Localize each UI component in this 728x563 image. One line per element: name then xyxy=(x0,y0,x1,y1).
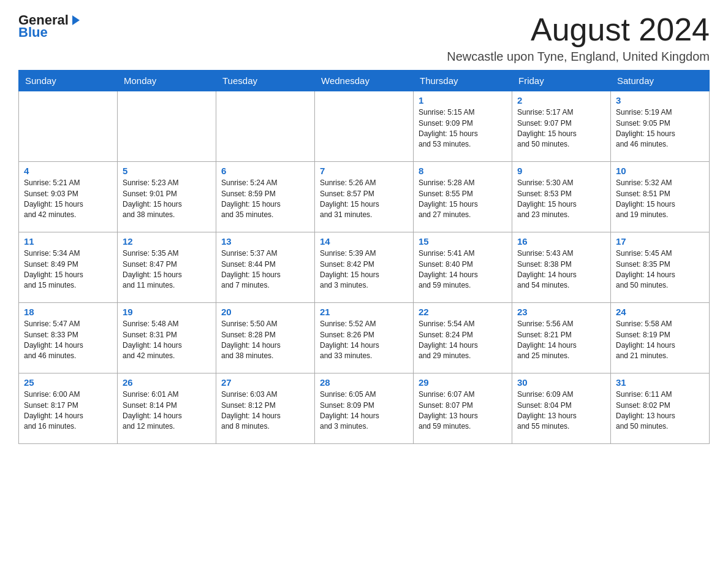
calendar-cell: 6Sunrise: 5:24 AM Sunset: 8:59 PM Daylig… xyxy=(216,162,315,232)
day-number: 6 xyxy=(221,166,309,176)
page-header: General Blue August 2024 Newcastle upon … xyxy=(18,12,710,64)
day-number: 24 xyxy=(616,307,704,317)
day-info: Sunrise: 5:43 AM Sunset: 8:38 PM Dayligh… xyxy=(517,248,605,291)
calendar-cell: 20Sunrise: 5:50 AM Sunset: 8:28 PM Dayli… xyxy=(216,303,315,373)
calendar-week-row: 25Sunrise: 6:00 AM Sunset: 8:17 PM Dayli… xyxy=(19,373,710,444)
day-number: 22 xyxy=(419,307,507,317)
day-info: Sunrise: 5:23 AM Sunset: 9:01 PM Dayligh… xyxy=(123,178,211,221)
day-info: Sunrise: 6:00 AM Sunset: 8:17 PM Dayligh… xyxy=(24,389,112,432)
day-number: 10 xyxy=(616,166,704,176)
day-info: Sunrise: 6:07 AM Sunset: 8:07 PM Dayligh… xyxy=(419,389,507,432)
calendar-cell: 28Sunrise: 6:05 AM Sunset: 8:09 PM Dayli… xyxy=(315,373,414,444)
calendar-cell: 23Sunrise: 5:56 AM Sunset: 8:21 PM Dayli… xyxy=(512,303,611,373)
day-info: Sunrise: 6:01 AM Sunset: 8:14 PM Dayligh… xyxy=(123,389,211,432)
calendar-cell: 11Sunrise: 5:34 AM Sunset: 8:49 PM Dayli… xyxy=(19,232,118,303)
day-info: Sunrise: 5:37 AM Sunset: 8:44 PM Dayligh… xyxy=(221,248,309,291)
day-info: Sunrise: 5:21 AM Sunset: 9:03 PM Dayligh… xyxy=(24,178,112,221)
day-info: Sunrise: 5:45 AM Sunset: 8:35 PM Dayligh… xyxy=(616,248,704,291)
calendar-cell: 5Sunrise: 5:23 AM Sunset: 9:01 PM Daylig… xyxy=(118,162,216,232)
calendar-header-row: SundayMondayTuesdayWednesdayThursdayFrid… xyxy=(19,71,710,91)
day-info: Sunrise: 6:11 AM Sunset: 8:02 PM Dayligh… xyxy=(616,389,704,432)
day-number: 7 xyxy=(320,166,408,176)
day-info: Sunrise: 5:19 AM Sunset: 9:05 PM Dayligh… xyxy=(616,107,704,150)
day-number: 18 xyxy=(24,307,112,317)
day-info: Sunrise: 5:32 AM Sunset: 8:51 PM Dayligh… xyxy=(616,178,704,221)
calendar-cell: 16Sunrise: 5:43 AM Sunset: 8:38 PM Dayli… xyxy=(512,232,611,303)
calendar-week-row: 1Sunrise: 5:15 AM Sunset: 9:09 PM Daylig… xyxy=(19,91,710,162)
calendar-cell: 2Sunrise: 5:17 AM Sunset: 9:07 PM Daylig… xyxy=(512,91,611,162)
calendar-cell xyxy=(118,91,216,162)
calendar-cell xyxy=(19,91,118,162)
day-info: Sunrise: 6:09 AM Sunset: 8:04 PM Dayligh… xyxy=(517,389,605,432)
day-number: 5 xyxy=(123,166,211,176)
day-info: Sunrise: 5:39 AM Sunset: 8:42 PM Dayligh… xyxy=(320,248,408,291)
month-title: August 2024 xyxy=(447,12,710,47)
calendar-header-thursday: Thursday xyxy=(414,71,512,91)
day-number: 23 xyxy=(517,307,605,317)
day-number: 26 xyxy=(123,377,211,388)
day-info: Sunrise: 5:28 AM Sunset: 8:55 PM Dayligh… xyxy=(419,178,507,221)
svg-marker-0 xyxy=(72,15,80,25)
day-number: 11 xyxy=(24,236,112,247)
calendar-cell: 12Sunrise: 5:35 AM Sunset: 8:47 PM Dayli… xyxy=(118,232,216,303)
day-info: Sunrise: 5:47 AM Sunset: 8:33 PM Dayligh… xyxy=(24,319,112,362)
day-info: Sunrise: 5:34 AM Sunset: 8:49 PM Dayligh… xyxy=(24,248,112,291)
calendar-header-wednesday: Wednesday xyxy=(315,71,414,91)
day-info: Sunrise: 5:48 AM Sunset: 8:31 PM Dayligh… xyxy=(123,319,211,362)
calendar-cell: 13Sunrise: 5:37 AM Sunset: 8:44 PM Dayli… xyxy=(216,232,315,303)
logo-blue-text: Blue xyxy=(18,25,48,40)
day-info: Sunrise: 5:15 AM Sunset: 9:09 PM Dayligh… xyxy=(419,107,507,150)
day-number: 3 xyxy=(616,95,704,105)
calendar-header-friday: Friday xyxy=(512,71,611,91)
day-info: Sunrise: 5:58 AM Sunset: 8:19 PM Dayligh… xyxy=(616,319,704,362)
calendar-cell xyxy=(315,91,414,162)
day-info: Sunrise: 5:17 AM Sunset: 9:07 PM Dayligh… xyxy=(517,107,605,150)
calendar-cell: 7Sunrise: 5:26 AM Sunset: 8:57 PM Daylig… xyxy=(315,162,414,232)
day-number: 19 xyxy=(123,307,211,317)
calendar-header-tuesday: Tuesday xyxy=(216,71,315,91)
day-number: 14 xyxy=(320,236,408,247)
day-number: 31 xyxy=(616,377,704,388)
logo-arrow-icon xyxy=(70,14,82,26)
location-title: Newcastle upon Tyne, England, United Kin… xyxy=(447,50,710,64)
calendar-week-row: 18Sunrise: 5:47 AM Sunset: 8:33 PM Dayli… xyxy=(19,303,710,373)
day-number: 17 xyxy=(616,236,704,247)
day-number: 4 xyxy=(24,166,112,176)
day-number: 1 xyxy=(419,95,507,105)
day-info: Sunrise: 5:41 AM Sunset: 8:40 PM Dayligh… xyxy=(419,248,507,291)
calendar-cell: 15Sunrise: 5:41 AM Sunset: 8:40 PM Dayli… xyxy=(414,232,512,303)
day-number: 20 xyxy=(221,307,309,317)
calendar-cell: 31Sunrise: 6:11 AM Sunset: 8:02 PM Dayli… xyxy=(611,373,710,444)
calendar-cell xyxy=(216,91,315,162)
day-number: 30 xyxy=(517,377,605,388)
day-number: 29 xyxy=(419,377,507,388)
day-number: 27 xyxy=(221,377,309,388)
calendar-cell: 24Sunrise: 5:58 AM Sunset: 8:19 PM Dayli… xyxy=(611,303,710,373)
title-block: August 2024 Newcastle upon Tyne, England… xyxy=(447,12,710,64)
calendar-cell: 14Sunrise: 5:39 AM Sunset: 8:42 PM Dayli… xyxy=(315,232,414,303)
day-number: 16 xyxy=(517,236,605,247)
calendar-cell: 8Sunrise: 5:28 AM Sunset: 8:55 PM Daylig… xyxy=(414,162,512,232)
logo: General Blue xyxy=(18,12,82,40)
calendar-header-sunday: Sunday xyxy=(19,71,118,91)
day-info: Sunrise: 5:30 AM Sunset: 8:53 PM Dayligh… xyxy=(517,178,605,221)
calendar-cell: 3Sunrise: 5:19 AM Sunset: 9:05 PM Daylig… xyxy=(611,91,710,162)
calendar-table: SundayMondayTuesdayWednesdayThursdayFrid… xyxy=(18,70,710,444)
day-info: Sunrise: 5:50 AM Sunset: 8:28 PM Dayligh… xyxy=(221,319,309,362)
calendar-cell: 21Sunrise: 5:52 AM Sunset: 8:26 PM Dayli… xyxy=(315,303,414,373)
calendar-header-monday: Monday xyxy=(118,71,216,91)
day-number: 9 xyxy=(517,166,605,176)
calendar-cell: 1Sunrise: 5:15 AM Sunset: 9:09 PM Daylig… xyxy=(414,91,512,162)
day-number: 21 xyxy=(320,307,408,317)
day-info: Sunrise: 6:05 AM Sunset: 8:09 PM Dayligh… xyxy=(320,389,408,432)
calendar-cell: 18Sunrise: 5:47 AM Sunset: 8:33 PM Dayli… xyxy=(19,303,118,373)
day-number: 15 xyxy=(419,236,507,247)
day-info: Sunrise: 5:54 AM Sunset: 8:24 PM Dayligh… xyxy=(419,319,507,362)
calendar-header-saturday: Saturday xyxy=(611,71,710,91)
day-info: Sunrise: 5:35 AM Sunset: 8:47 PM Dayligh… xyxy=(123,248,211,291)
calendar-cell: 29Sunrise: 6:07 AM Sunset: 8:07 PM Dayli… xyxy=(414,373,512,444)
calendar-cell: 27Sunrise: 6:03 AM Sunset: 8:12 PM Dayli… xyxy=(216,373,315,444)
day-info: Sunrise: 5:56 AM Sunset: 8:21 PM Dayligh… xyxy=(517,319,605,362)
day-info: Sunrise: 5:52 AM Sunset: 8:26 PM Dayligh… xyxy=(320,319,408,362)
calendar-cell: 22Sunrise: 5:54 AM Sunset: 8:24 PM Dayli… xyxy=(414,303,512,373)
